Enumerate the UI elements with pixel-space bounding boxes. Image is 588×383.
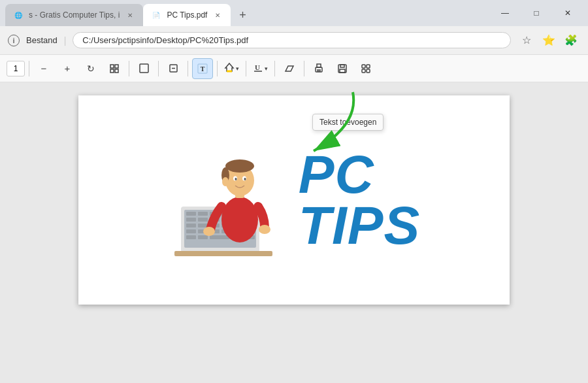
logo-area: PC TIPS <box>155 128 433 272</box>
svg-rect-53 <box>198 235 208 239</box>
highlight-dropdown[interactable]: ▾ <box>221 61 242 76</box>
svg-marker-9 <box>225 63 233 71</box>
svg-point-67 <box>222 177 229 186</box>
highlight-icon <box>224 62 235 75</box>
svg-rect-4 <box>140 64 148 73</box>
new-tab-button[interactable]: + <box>233 6 252 24</box>
underline-dropdown-arrow: ▾ <box>265 65 268 72</box>
tips-text: TIPS <box>299 195 420 255</box>
address-separator: | <box>64 35 67 46</box>
zoom-out-button[interactable]: − <box>33 58 54 79</box>
tooltip-tekst-toevoegen: Tekst toevoegen <box>312 114 384 131</box>
toolbar-sep-1 <box>29 61 29 76</box>
page-info-button[interactable]: i <box>8 35 20 46</box>
add-text-button[interactable]: T <box>192 58 213 79</box>
svg-point-69 <box>259 225 270 234</box>
url-bar[interactable]: C:/Users/pctipsinfo/Desktop/PC%20Tips.pd… <box>73 32 511 48</box>
close-button[interactable]: ✕ <box>553 4 583 22</box>
address-bar: i Bestand | C:/Users/pctipsinfo/Desktop/… <box>0 26 588 55</box>
bestand-label: Bestand <box>26 35 57 45</box>
tab-website[interactable]: 🌐 s - Gratis Computer Tips, i ✕ <box>5 4 143 26</box>
svg-text:T: T <box>201 65 205 73</box>
tab-favicon-website: 🌐 <box>13 10 24 20</box>
zoom-in-button[interactable]: + <box>57 58 78 79</box>
highlight-dropdown-arrow: ▾ <box>236 65 239 72</box>
svg-rect-22 <box>367 65 370 68</box>
tab-pdf[interactable]: 📄 PC Tips.pdf ✕ <box>143 4 231 26</box>
minimize-button[interactable]: — <box>490 4 520 22</box>
svg-rect-41 <box>198 224 208 227</box>
tab-favicon-pdf: 📄 <box>151 10 161 20</box>
svg-point-65 <box>235 178 237 180</box>
svg-rect-40 <box>186 224 196 227</box>
rotate-button[interactable]: ↻ <box>80 58 101 79</box>
toolbar-sep-8 <box>304 61 304 76</box>
url-text: C:/Users/pctipsinfo/Desktop/PC%20Tips.pd… <box>82 35 248 45</box>
bookmark-icon[interactable]: ☆ <box>517 31 536 50</box>
tab-label-pdf: PC Tips.pdf <box>167 10 207 20</box>
svg-rect-2 <box>110 69 114 73</box>
extensions-icon[interactable]: 🧩 <box>562 31 580 50</box>
svg-rect-24 <box>367 69 370 73</box>
svg-rect-28 <box>186 212 196 216</box>
svg-rect-52 <box>186 235 196 239</box>
svg-rect-54 <box>210 235 229 239</box>
tab-close-website[interactable]: ✕ <box>125 10 135 20</box>
svg-rect-57 <box>174 251 272 256</box>
more-tools-button[interactable] <box>355 58 376 79</box>
print-button[interactable] <box>308 58 329 79</box>
underline-dropdown[interactable]: U ▾ <box>250 61 270 76</box>
save-button[interactable] <box>332 58 353 79</box>
person-illustration <box>168 141 279 259</box>
svg-text:U: U <box>255 63 260 71</box>
svg-rect-23 <box>362 69 365 73</box>
toolbar-sep-4 <box>188 61 188 76</box>
maximize-button[interactable]: □ <box>521 4 551 22</box>
svg-rect-1 <box>115 65 118 68</box>
pc-tips-logo-text: PC TIPS <box>299 149 420 251</box>
underline-icon: U <box>253 62 263 75</box>
tab-bar: 🌐 s - Gratis Computer Tips, i ✕ 📄 PC Tip… <box>0 0 588 26</box>
toolbar-sep-2 <box>129 61 129 76</box>
svg-rect-0 <box>110 65 114 68</box>
tooltip-text: Tekst toevoegen <box>319 118 376 127</box>
svg-rect-29 <box>198 212 208 216</box>
pdf-page: PC TIPS <box>78 95 510 305</box>
pdf-toolbar: − + ↻ T <box>0 55 588 82</box>
toolbar-sep-5 <box>217 61 218 76</box>
toolbar-sep-7 <box>274 61 275 76</box>
fit-page-button[interactable] <box>104 58 125 79</box>
svg-rect-3 <box>115 69 118 73</box>
svg-point-66 <box>244 178 246 180</box>
browser-window: 🌐 s - Gratis Computer Tips, i ✕ 📄 PC Tip… <box>0 0 588 383</box>
tab-close-pdf[interactable]: ✕ <box>212 10 223 20</box>
svg-rect-19 <box>340 65 344 67</box>
svg-point-58 <box>221 197 258 242</box>
text-select-button[interactable] <box>163 58 184 79</box>
svg-rect-35 <box>198 218 208 222</box>
page-number-input[interactable] <box>7 61 25 76</box>
eraser-button[interactable] <box>279 58 300 79</box>
svg-point-68 <box>203 227 215 236</box>
address-bar-actions: ☆ ⭐ 🧩 <box>517 31 580 50</box>
svg-rect-46 <box>186 229 196 233</box>
profile-icon[interactable]: ⭐ <box>540 31 558 50</box>
toolbar-sep-6 <box>246 61 246 76</box>
svg-marker-13 <box>286 66 293 71</box>
select-tool-button[interactable] <box>133 58 154 79</box>
svg-point-61 <box>225 159 254 173</box>
toolbar-sep-3 <box>158 61 159 76</box>
svg-rect-34 <box>186 218 196 222</box>
svg-rect-20 <box>340 69 345 73</box>
pdf-content-area: Tekst toevoegen <box>0 82 588 383</box>
tab-label-website: s - Gratis Computer Tips, i <box>29 10 120 20</box>
svg-rect-15 <box>317 64 321 67</box>
svg-rect-21 <box>362 65 365 68</box>
window-controls: — □ ✕ <box>490 4 583 26</box>
